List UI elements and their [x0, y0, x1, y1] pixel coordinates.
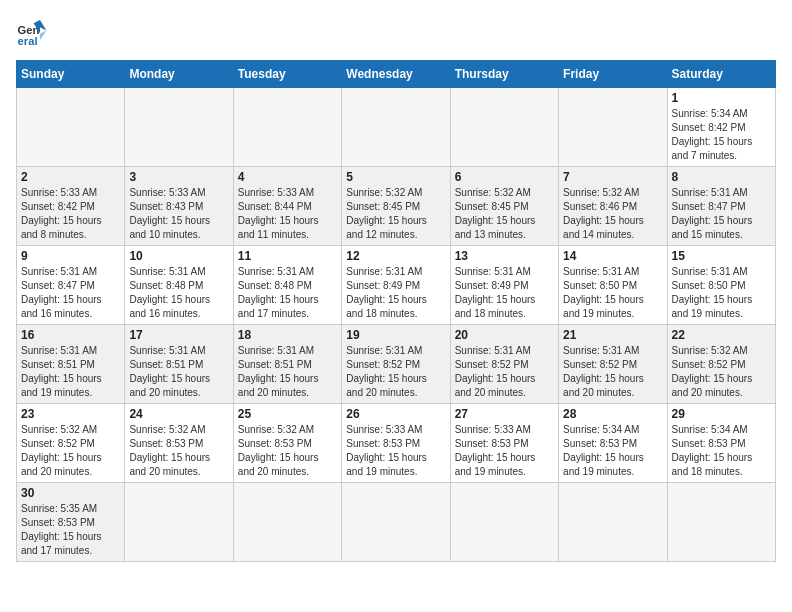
- day-cell: [450, 88, 558, 167]
- calendar: SundayMondayTuesdayWednesdayThursdayFrid…: [16, 60, 776, 562]
- day-number: 15: [672, 249, 771, 263]
- day-cell: 21Sunrise: 5:31 AM Sunset: 8:52 PM Dayli…: [559, 325, 667, 404]
- day-detail: Sunrise: 5:33 AM Sunset: 8:53 PM Dayligh…: [346, 423, 445, 479]
- day-cell: 23Sunrise: 5:32 AM Sunset: 8:52 PM Dayli…: [17, 404, 125, 483]
- day-number: 1: [672, 91, 771, 105]
- day-cell: 5Sunrise: 5:32 AM Sunset: 8:45 PM Daylig…: [342, 167, 450, 246]
- day-number: 2: [21, 170, 120, 184]
- day-cell: 12Sunrise: 5:31 AM Sunset: 8:49 PM Dayli…: [342, 246, 450, 325]
- day-number: 28: [563, 407, 662, 421]
- day-cell: [559, 88, 667, 167]
- day-detail: Sunrise: 5:32 AM Sunset: 8:52 PM Dayligh…: [21, 423, 120, 479]
- logo-icon: Gen eral: [16, 16, 48, 48]
- day-detail: Sunrise: 5:31 AM Sunset: 8:50 PM Dayligh…: [563, 265, 662, 321]
- day-cell: 6Sunrise: 5:32 AM Sunset: 8:45 PM Daylig…: [450, 167, 558, 246]
- day-detail: Sunrise: 5:31 AM Sunset: 8:47 PM Dayligh…: [21, 265, 120, 321]
- day-cell: [342, 483, 450, 562]
- day-detail: Sunrise: 5:31 AM Sunset: 8:48 PM Dayligh…: [129, 265, 228, 321]
- day-number: 19: [346, 328, 445, 342]
- day-cell: [125, 483, 233, 562]
- day-detail: Sunrise: 5:31 AM Sunset: 8:47 PM Dayligh…: [672, 186, 771, 242]
- day-detail: Sunrise: 5:31 AM Sunset: 8:52 PM Dayligh…: [346, 344, 445, 400]
- day-detail: Sunrise: 5:33 AM Sunset: 8:43 PM Dayligh…: [129, 186, 228, 242]
- day-number: 17: [129, 328, 228, 342]
- day-cell: 29Sunrise: 5:34 AM Sunset: 8:53 PM Dayli…: [667, 404, 775, 483]
- day-detail: Sunrise: 5:31 AM Sunset: 8:49 PM Dayligh…: [346, 265, 445, 321]
- day-detail: Sunrise: 5:31 AM Sunset: 8:50 PM Dayligh…: [672, 265, 771, 321]
- day-number: 6: [455, 170, 554, 184]
- day-cell: 10Sunrise: 5:31 AM Sunset: 8:48 PM Dayli…: [125, 246, 233, 325]
- day-cell: 1Sunrise: 5:34 AM Sunset: 8:42 PM Daylig…: [667, 88, 775, 167]
- day-number: 8: [672, 170, 771, 184]
- day-number: 30: [21, 486, 120, 500]
- col-header-friday: Friday: [559, 61, 667, 88]
- day-cell: [342, 88, 450, 167]
- day-number: 16: [21, 328, 120, 342]
- day-cell: 26Sunrise: 5:33 AM Sunset: 8:53 PM Dayli…: [342, 404, 450, 483]
- day-cell: 16Sunrise: 5:31 AM Sunset: 8:51 PM Dayli…: [17, 325, 125, 404]
- week-row-1: 1Sunrise: 5:34 AM Sunset: 8:42 PM Daylig…: [17, 88, 776, 167]
- day-number: 11: [238, 249, 337, 263]
- day-detail: Sunrise: 5:32 AM Sunset: 8:45 PM Dayligh…: [455, 186, 554, 242]
- day-cell: 7Sunrise: 5:32 AM Sunset: 8:46 PM Daylig…: [559, 167, 667, 246]
- day-cell: 9Sunrise: 5:31 AM Sunset: 8:47 PM Daylig…: [17, 246, 125, 325]
- week-row-2: 2Sunrise: 5:33 AM Sunset: 8:42 PM Daylig…: [17, 167, 776, 246]
- day-detail: Sunrise: 5:32 AM Sunset: 8:53 PM Dayligh…: [129, 423, 228, 479]
- day-detail: Sunrise: 5:32 AM Sunset: 8:52 PM Dayligh…: [672, 344, 771, 400]
- week-row-5: 23Sunrise: 5:32 AM Sunset: 8:52 PM Dayli…: [17, 404, 776, 483]
- day-number: 12: [346, 249, 445, 263]
- day-number: 14: [563, 249, 662, 263]
- svg-text:eral: eral: [18, 35, 38, 47]
- day-cell: 20Sunrise: 5:31 AM Sunset: 8:52 PM Dayli…: [450, 325, 558, 404]
- day-cell: 22Sunrise: 5:32 AM Sunset: 8:52 PM Dayli…: [667, 325, 775, 404]
- day-cell: [125, 88, 233, 167]
- day-detail: Sunrise: 5:34 AM Sunset: 8:53 PM Dayligh…: [563, 423, 662, 479]
- week-row-3: 9Sunrise: 5:31 AM Sunset: 8:47 PM Daylig…: [17, 246, 776, 325]
- svg-marker-3: [40, 30, 46, 40]
- day-number: 27: [455, 407, 554, 421]
- day-detail: Sunrise: 5:31 AM Sunset: 8:52 PM Dayligh…: [563, 344, 662, 400]
- col-header-thursday: Thursday: [450, 61, 558, 88]
- day-cell: 11Sunrise: 5:31 AM Sunset: 8:48 PM Dayli…: [233, 246, 341, 325]
- day-cell: 24Sunrise: 5:32 AM Sunset: 8:53 PM Dayli…: [125, 404, 233, 483]
- week-row-6: 30Sunrise: 5:35 AM Sunset: 8:53 PM Dayli…: [17, 483, 776, 562]
- day-detail: Sunrise: 5:32 AM Sunset: 8:46 PM Dayligh…: [563, 186, 662, 242]
- day-cell: 18Sunrise: 5:31 AM Sunset: 8:51 PM Dayli…: [233, 325, 341, 404]
- day-cell: 30Sunrise: 5:35 AM Sunset: 8:53 PM Dayli…: [17, 483, 125, 562]
- day-cell: 14Sunrise: 5:31 AM Sunset: 8:50 PM Dayli…: [559, 246, 667, 325]
- day-number: 10: [129, 249, 228, 263]
- day-cell: [667, 483, 775, 562]
- day-cell: 27Sunrise: 5:33 AM Sunset: 8:53 PM Dayli…: [450, 404, 558, 483]
- day-cell: 13Sunrise: 5:31 AM Sunset: 8:49 PM Dayli…: [450, 246, 558, 325]
- col-header-sunday: Sunday: [17, 61, 125, 88]
- day-cell: 2Sunrise: 5:33 AM Sunset: 8:42 PM Daylig…: [17, 167, 125, 246]
- col-header-saturday: Saturday: [667, 61, 775, 88]
- week-row-4: 16Sunrise: 5:31 AM Sunset: 8:51 PM Dayli…: [17, 325, 776, 404]
- day-number: 26: [346, 407, 445, 421]
- day-number: 24: [129, 407, 228, 421]
- day-detail: Sunrise: 5:32 AM Sunset: 8:45 PM Dayligh…: [346, 186, 445, 242]
- day-number: 22: [672, 328, 771, 342]
- day-cell: 17Sunrise: 5:31 AM Sunset: 8:51 PM Dayli…: [125, 325, 233, 404]
- day-detail: Sunrise: 5:31 AM Sunset: 8:51 PM Dayligh…: [129, 344, 228, 400]
- day-detail: Sunrise: 5:33 AM Sunset: 8:53 PM Dayligh…: [455, 423, 554, 479]
- day-cell: [450, 483, 558, 562]
- day-number: 3: [129, 170, 228, 184]
- day-cell: 19Sunrise: 5:31 AM Sunset: 8:52 PM Dayli…: [342, 325, 450, 404]
- day-cell: [233, 88, 341, 167]
- day-detail: Sunrise: 5:33 AM Sunset: 8:44 PM Dayligh…: [238, 186, 337, 242]
- day-detail: Sunrise: 5:31 AM Sunset: 8:49 PM Dayligh…: [455, 265, 554, 321]
- day-number: 21: [563, 328, 662, 342]
- day-cell: 28Sunrise: 5:34 AM Sunset: 8:53 PM Dayli…: [559, 404, 667, 483]
- col-header-monday: Monday: [125, 61, 233, 88]
- day-detail: Sunrise: 5:31 AM Sunset: 8:48 PM Dayligh…: [238, 265, 337, 321]
- day-cell: 15Sunrise: 5:31 AM Sunset: 8:50 PM Dayli…: [667, 246, 775, 325]
- day-cell: 8Sunrise: 5:31 AM Sunset: 8:47 PM Daylig…: [667, 167, 775, 246]
- day-number: 7: [563, 170, 662, 184]
- day-number: 13: [455, 249, 554, 263]
- day-detail: Sunrise: 5:34 AM Sunset: 8:53 PM Dayligh…: [672, 423, 771, 479]
- day-cell: [233, 483, 341, 562]
- col-header-tuesday: Tuesday: [233, 61, 341, 88]
- logo: Gen eral: [16, 16, 52, 48]
- day-cell: [17, 88, 125, 167]
